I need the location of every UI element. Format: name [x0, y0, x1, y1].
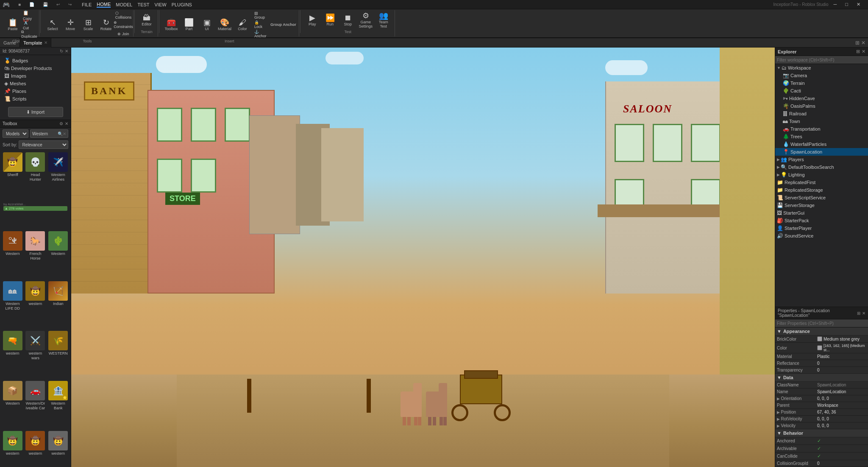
exp-serverstorage[interactable]: 💾 ServerStorage	[775, 201, 868, 209]
minimize-btn[interactable]: ─	[834, 2, 837, 7]
model-item-western5[interactable]: 🌾 WESTERN	[47, 330, 69, 379]
exp-railroad[interactable]: 🛤 Railroad	[775, 110, 868, 117]
material-button[interactable]: 🎨 Material	[216, 16, 233, 34]
menu-view[interactable]: VIEW	[155, 2, 167, 7]
terrain-editor-button[interactable]: 🏔 Editor	[138, 11, 155, 29]
model-type-select[interactable]: Models	[3, 129, 28, 138]
tree-item-meshes[interactable]: ◈ Meshes	[0, 80, 71, 87]
exp-transportation[interactable]: 🚗 Transportation	[775, 125, 868, 133]
group-button[interactable]: ▤ Group	[253, 11, 268, 20]
explorer-filter-input[interactable]	[777, 58, 866, 62]
model-item-western1[interactable]: 🏜 Western	[2, 230, 24, 280]
template-refresh-btn[interactable]: ↻	[60, 49, 63, 53]
appearance-header[interactable]: ▼ Appearance	[775, 327, 868, 336]
color-button[interactable]: 🖌 Color	[234, 16, 251, 34]
model-item-bank[interactable]: 🏦 ⭐ Western Bank	[47, 380, 69, 429]
exp-trees[interactable]: 🌲 Trees	[775, 133, 868, 140]
game-settings-button[interactable]: ⚙ GameSettings	[357, 11, 374, 29]
exp-players[interactable]: ▶ 👥 Players	[775, 156, 868, 163]
exp-serverscriptservice[interactable]: 📜 ServerScriptService	[775, 194, 868, 201]
template-tab[interactable]: Template ✕	[20, 38, 51, 48]
select-button[interactable]: ↖ Select	[44, 16, 61, 34]
exp-town[interactable]: 🏘 Town	[775, 117, 868, 125]
model-item-life[interactable]: 🏘 Western LIFE DD	[2, 280, 24, 330]
sort-select[interactable]: Relevance	[19, 140, 68, 149]
model-item-sheriff[interactable]: 🤠 Sheriff	[2, 151, 24, 201]
rotate-button[interactable]: ↻ Rotate	[97, 16, 114, 34]
props-close-icon[interactable]: ✕	[862, 311, 865, 316]
exp-lighting[interactable]: ▶ 💡 Lighting	[775, 171, 868, 179]
team-test-button[interactable]: 👥 TeamTest	[375, 11, 392, 29]
template-tab-close[interactable]: ✕	[44, 40, 47, 45]
search-input[interactable]	[32, 131, 58, 136]
model-item-western2[interactable]: 🌵 Western	[47, 230, 69, 280]
close-btn[interactable]: ✕	[857, 2, 860, 7]
ui-button[interactable]: ▣ UI	[198, 16, 215, 34]
model-item-western4[interactable]: 🔫 western	[2, 330, 24, 379]
viewport[interactable]: BANK STORE	[71, 48, 775, 467]
toolbox-settings-icon[interactable]: ⚙	[59, 121, 63, 126]
tree-item-scripts[interactable]: 📜 Scripts	[0, 95, 71, 103]
model-item-western7[interactable]: 🤠 western	[25, 430, 47, 467]
exp-spawnlocation[interactable]: 📍 SpawnLocation	[775, 148, 868, 156]
model-item-french-horse[interactable]: 🐎 French Horse	[25, 230, 47, 280]
anchor-button[interactable]: ⚓ Anchor	[253, 30, 268, 38]
exp-waterfallparticles[interactable]: 💧 WaterfallParticles	[775, 140, 868, 148]
data-header[interactable]: ▼ Data	[775, 374, 868, 382]
model-item-western3[interactable]: 🤠 western	[25, 280, 47, 330]
exp-replicatedfirst[interactable]: 📁 ReplicatedFirst	[775, 179, 868, 186]
menu-model[interactable]: MODEL	[116, 2, 132, 7]
exp-starterpack[interactable]: 🎒 StarterPack	[775, 217, 868, 224]
model-item-western6[interactable]: 🤠 western	[2, 430, 24, 467]
stop-button[interactable]: ⏹ Stop	[339, 11, 356, 29]
menu-file[interactable]: FILE	[82, 2, 92, 7]
run-button[interactable]: ⏩ Run	[322, 11, 339, 29]
model-item-indian[interactable]: 🏹 Indian	[47, 280, 69, 330]
exp-default-toolbox[interactable]: ▶ 🔍 DefaultToolboxSearch	[775, 163, 868, 171]
menu-test[interactable]: TEST	[137, 2, 149, 7]
menu-home[interactable]: HOME	[97, 2, 111, 8]
exp-camera[interactable]: 📷 Camera	[775, 72, 868, 79]
toolbox-button[interactable]: 🧰 Toolbox	[163, 16, 180, 34]
tab-close-btn[interactable]: ✕	[861, 40, 865, 46]
exp-starterplayer[interactable]: 👤 StarterPlayer	[775, 224, 868, 232]
tree-item-images[interactable]: 🖼 Images	[0, 72, 71, 80]
join-button[interactable]: ⊗ Join	[116, 30, 131, 38]
play-button[interactable]: ▶ Play	[304, 11, 321, 29]
collisions-button[interactable]: ⬡ Collisions	[116, 11, 131, 20]
toolbox-close-icon[interactable]: ✕	[65, 121, 68, 126]
exp-workspace[interactable]: ▼ 🗂 Workspace	[775, 64, 868, 72]
exp-soundservice[interactable]: 🔊 SoundService	[775, 232, 868, 240]
model-item-airlines[interactable]: ✈️ Western Airlines	[47, 151, 69, 201]
model-item-western8[interactable]: 🤠 western	[47, 430, 69, 467]
tab-expand-btn[interactable]: ⊞	[855, 40, 860, 46]
move-button[interactable]: ✛ Move	[62, 16, 79, 34]
lock-button[interactable]: 🔒 Lock	[253, 20, 268, 29]
clear-search-icon[interactable]: ✕	[63, 131, 66, 136]
game-tab[interactable]: Game	[0, 38, 20, 48]
constraints-button[interactable]: ⊕ Constraints	[116, 20, 131, 29]
model-item-wars[interactable]: ⚔️ western wars	[25, 330, 47, 379]
scale-button[interactable]: ⊞ Scale	[80, 16, 97, 34]
exp-cacti[interactable]: 🌵 Cacti	[775, 87, 868, 95]
behavior-header[interactable]: ▼ Behavior	[775, 429, 868, 437]
exp-replicatedstorage[interactable]: 📁 ReplicatedStorage	[775, 186, 868, 194]
menu-plugins[interactable]: PLUGINS	[172, 2, 192, 7]
props-filter-input[interactable]	[777, 321, 866, 326]
copy-button[interactable]: 📋 Copy	[22, 11, 36, 20]
explorer-close-icon[interactable]: ✕	[862, 49, 865, 54]
explorer-expand-icon[interactable]: ⊞	[856, 49, 860, 54]
duplicate-button[interactable]: ⧉ Duplicate	[22, 30, 36, 38]
exp-oasispalms[interactable]: 🌴 OasisPalms	[775, 102, 868, 110]
import-button[interactable]: ⬇ Import	[8, 107, 63, 117]
model-item-headhunter[interactable]: 💀 Head Hunter	[25, 151, 47, 201]
maximize-btn[interactable]: □	[845, 2, 848, 7]
tree-item-badges[interactable]: 🏅 Badges	[0, 57, 71, 64]
model-item-driveable[interactable]: 🚗 Western/Driveable Car	[25, 380, 47, 429]
props-expand-icon[interactable]: ⊞	[857, 311, 860, 316]
exp-hiddencave[interactable]: 🗝 HiddenCave	[775, 95, 868, 102]
tree-item-developer-products[interactable]: 🛍 Developer Products	[0, 64, 71, 72]
part-button[interactable]: ⬜ Part	[181, 16, 198, 34]
model-item-crate[interactable]: 📦 Western	[2, 380, 24, 429]
exp-startergui[interactable]: 🖼 StarterGui	[775, 209, 868, 217]
